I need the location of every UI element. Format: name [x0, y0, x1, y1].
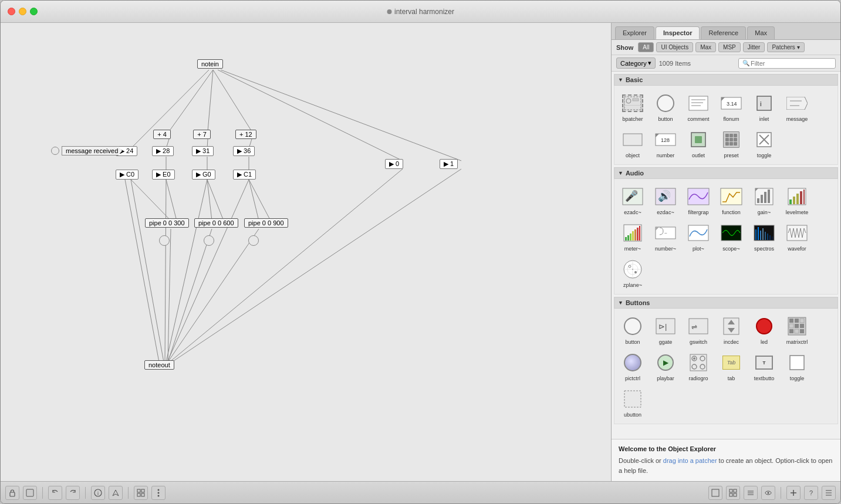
filter-ui-objects[interactable]: UI Objects — [656, 42, 693, 52]
plus4-node[interactable]: + 4 — [153, 130, 171, 139]
plus7-node[interactable]: + 7 — [193, 130, 211, 139]
obj-meter[interactable]: meter~ — [617, 219, 649, 254]
obj-pictctrl[interactable]: pictctrl — [617, 349, 649, 384]
bang2-box[interactable] — [204, 235, 214, 246]
view-toggle-button[interactable] — [761, 486, 775, 500]
n1-box[interactable]: ▶ 1 — [440, 159, 458, 169]
pipe3-box[interactable]: pipe 0 0 900 — [244, 218, 288, 228]
obj-function[interactable]: function — [715, 182, 747, 218]
view-list-button[interactable] — [744, 486, 758, 500]
obj-object[interactable]: object — [617, 126, 649, 161]
obj-levelmete[interactable]: levelmete — [781, 182, 813, 218]
plus4-box[interactable]: + 4 — [153, 130, 171, 139]
obj-number[interactable]: 128 number — [650, 126, 681, 161]
bang3-node[interactable] — [248, 235, 259, 246]
obj-zplane[interactable]: zplane~ — [617, 255, 649, 290]
filter-search[interactable]: 🔍 — [738, 58, 836, 69]
tab-inspector[interactable]: Inspector — [656, 26, 700, 39]
e0-node[interactable]: ▶ E0 — [152, 170, 175, 180]
toggle-recv[interactable] — [51, 147, 59, 155]
obj-filtergraph[interactable]: filtergrap — [683, 182, 714, 218]
tab-max[interactable]: Max — [747, 26, 775, 39]
n31-box[interactable]: ▶ 31 — [192, 146, 214, 156]
obj-spectros[interactable]: spectros — [748, 219, 780, 254]
c1-node[interactable]: ▶ C1 — [233, 170, 256, 180]
plus7-box[interactable]: + 7 — [193, 130, 211, 139]
redo-button[interactable] — [66, 486, 80, 500]
obj-gain[interactable]: gain~ — [748, 182, 780, 218]
g0-box[interactable]: ▶ G0 — [192, 170, 215, 180]
filter-patchers[interactable]: Patchers ▾ — [767, 42, 804, 52]
undo-button[interactable] — [48, 486, 62, 500]
obj-message[interactable]: message — [781, 89, 813, 124]
c0-box[interactable]: ▶ C0 — [116, 170, 139, 180]
filter-jitter[interactable]: Jitter — [743, 42, 765, 52]
obj-bpatcher[interactable]: bpatcher — [617, 89, 649, 124]
maximize-button[interactable] — [30, 8, 38, 15]
menu-button[interactable] — [822, 486, 836, 500]
obj-radiogro[interactable]: radiogro — [683, 349, 714, 384]
category-buttons-header[interactable]: ▼ Buttons — [614, 297, 838, 309]
view-presentation-button[interactable] — [708, 486, 722, 500]
obj-toggle2[interactable]: toggle — [781, 349, 813, 384]
pipe1-node[interactable]: pipe 0 0 300 — [145, 218, 189, 228]
category-audio-header[interactable]: ▼ Audio — [614, 167, 838, 179]
obj-matrixctrl[interactable]: matrixctrl — [781, 312, 813, 347]
obj-led[interactable]: led — [748, 312, 780, 347]
patcher-area[interactable]: notein + 4 + 7 + 12 ▶ 24 ▶ 28 ▶ 31 — [1, 23, 612, 481]
close-button[interactable] — [8, 8, 15, 15]
info-button[interactable]: i — [91, 486, 105, 500]
pipe2-node[interactable]: pipe 0 0 600 — [194, 218, 238, 228]
obj-plot[interactable]: plot~ — [683, 219, 714, 254]
notein-node[interactable]: notein — [197, 59, 223, 69]
filter-msp[interactable]: MSP — [718, 42, 741, 52]
obj-outlet[interactable]: outlet — [683, 126, 714, 161]
plus12-node[interactable]: + 12 — [235, 130, 256, 139]
n28-box[interactable]: ▶ 28 — [152, 146, 174, 156]
obj-number2[interactable]: ~ number~ — [650, 219, 681, 254]
obj-incdec[interactable]: incdec — [715, 312, 747, 347]
minimize-button[interactable] — [19, 8, 26, 15]
bang2-node[interactable] — [204, 235, 214, 246]
bang1-node[interactable] — [159, 235, 170, 246]
e0-box[interactable]: ▶ E0 — [152, 170, 175, 180]
n0-node[interactable]: ▶ 0 — [385, 159, 403, 169]
filter-input[interactable] — [751, 60, 832, 67]
obj-textbutto[interactable]: T textbutto — [748, 349, 780, 384]
pipe2-box[interactable]: pipe 0 0 600 — [194, 218, 238, 228]
bang3-box[interactable] — [248, 235, 259, 246]
view-grid-button[interactable] — [726, 486, 740, 500]
filter-all[interactable]: All — [638, 42, 654, 52]
obj-ezdac[interactable]: 🔊 ezdac~ — [650, 182, 681, 218]
obj-ubutton[interactable]: ubutton — [617, 385, 649, 420]
c1-box[interactable]: ▶ C1 — [233, 170, 256, 180]
obj-button[interactable]: button — [650, 89, 681, 124]
obj-scope[interactable]: scope~ — [715, 219, 747, 254]
n28-node[interactable]: ▶ 28 — [152, 146, 174, 156]
plus12-box[interactable]: + 12 — [235, 130, 256, 139]
noteout-node[interactable]: noteout — [144, 360, 174, 370]
grid-button[interactable] — [134, 486, 148, 500]
message-received-box[interactable]: message received — [62, 146, 122, 155]
present-mode-button[interactable] — [23, 486, 37, 500]
obj-toggle[interactable]: toggle — [748, 126, 780, 161]
bang1-box[interactable] — [159, 235, 170, 246]
objects-panel[interactable]: ▼ Basic bpatcher — [612, 72, 840, 439]
category-basic-header[interactable]: ▼ Basic — [614, 74, 838, 86]
obj-inlet[interactable]: i inlet — [748, 89, 780, 124]
n36-box[interactable]: ▶ 36 — [233, 146, 255, 156]
navigate-button[interactable] — [109, 486, 123, 500]
g0-node[interactable]: ▶ G0 — [192, 170, 215, 180]
obj-gswitch[interactable]: ⇌ gswitch — [683, 312, 714, 347]
obj-tab[interactable]: Tab tab — [715, 349, 747, 384]
obj-preset[interactable]: preset — [715, 126, 747, 161]
noteout-box[interactable]: noteout — [144, 360, 174, 370]
obj-comment[interactable]: comment — [683, 89, 714, 124]
obj-waveform[interactable]: wavefor — [781, 219, 813, 254]
message-received-node[interactable]: message received — [51, 146, 122, 155]
help-button[interactable]: ? — [804, 486, 818, 500]
filter-max[interactable]: Max — [695, 42, 716, 52]
c0-node[interactable]: ▶ C0 — [116, 170, 139, 180]
pipe3-node[interactable]: pipe 0 0 900 — [244, 218, 288, 228]
n31-node[interactable]: ▶ 31 — [192, 146, 214, 156]
